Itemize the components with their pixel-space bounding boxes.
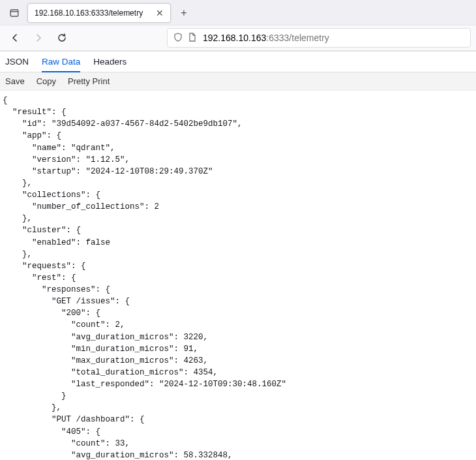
- reload-button[interactable]: [52, 28, 72, 48]
- viewer-tab-bar: JSON Raw Data Headers: [0, 52, 476, 72]
- browser-tab[interactable]: 192.168.10.163:6333/telemetry ✕: [27, 3, 171, 23]
- tab-title: 192.168.10.163:6333/telemetry: [35, 8, 149, 18]
- close-icon[interactable]: ✕: [156, 8, 164, 18]
- tab-raw-data[interactable]: Raw Data: [42, 52, 80, 72]
- svg-rect-0: [10, 10, 18, 16]
- url-text: 192.168.10.163:6333/telemetry: [203, 33, 329, 43]
- tab-headers[interactable]: Headers: [93, 52, 126, 72]
- tab-json[interactable]: JSON: [5, 52, 29, 72]
- new-tab-button[interactable]: +: [175, 4, 193, 22]
- tablist-button[interactable]: [5, 4, 23, 22]
- shield-icon: [173, 32, 183, 44]
- pretty-print-button[interactable]: Pretty Print: [68, 76, 110, 86]
- forward-button[interactable]: [29, 28, 48, 48]
- document-icon: [187, 32, 198, 44]
- back-button[interactable]: [5, 28, 25, 48]
- json-content: { "result": { "id": "39d54092-a037-4567-…: [0, 91, 476, 460]
- action-bar: Save Copy Pretty Print: [0, 72, 476, 91]
- copy-button[interactable]: Copy: [37, 76, 56, 86]
- url-bar[interactable]: 192.168.10.163:6333/telemetry: [167, 28, 471, 48]
- save-button[interactable]: Save: [5, 76, 25, 86]
